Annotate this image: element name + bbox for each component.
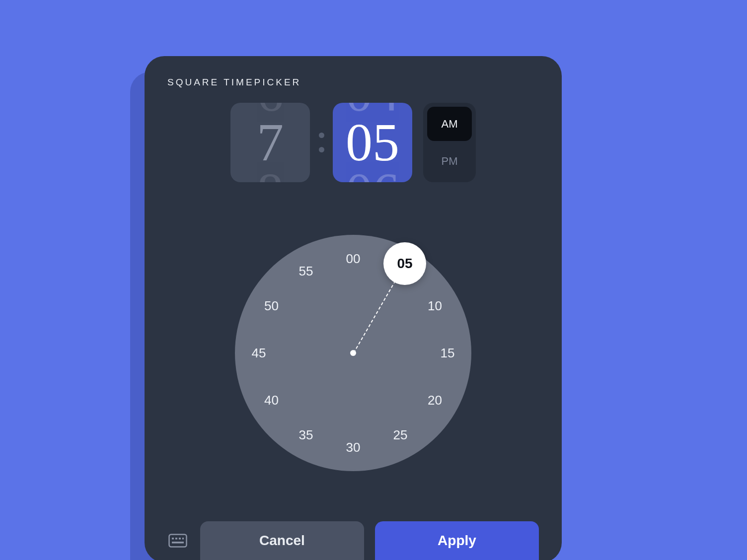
- timepicker-card: SQUARE TIMEPICKER 6 7 8 04 05 06 AM PM 0…: [145, 56, 562, 560]
- colon-dot: [319, 147, 324, 152]
- clock-tick-00[interactable]: 00: [338, 251, 368, 267]
- clock-container: 05 000510152025303540455055: [167, 187, 539, 519]
- card-title: SQUARE TIMEPICKER: [167, 77, 539, 88]
- clock-tick-50[interactable]: 50: [256, 298, 286, 314]
- clock-tick-45[interactable]: 45: [244, 346, 274, 361]
- svg-rect-1: [172, 538, 174, 540]
- svg-rect-5: [172, 542, 184, 544]
- minute-value: 05: [346, 116, 399, 169]
- svg-rect-4: [182, 538, 184, 540]
- clock-hand-line: [353, 280, 396, 353]
- hour-tile[interactable]: 6 7 8: [230, 103, 310, 182]
- ampm-toggle: AM PM: [423, 103, 476, 182]
- svg-rect-3: [179, 538, 181, 540]
- pm-button[interactable]: PM: [427, 144, 472, 178]
- svg-rect-2: [175, 538, 177, 540]
- clock-tick-25[interactable]: 25: [385, 427, 415, 442]
- clock-tick-55[interactable]: 55: [291, 264, 321, 279]
- minute-tile[interactable]: 04 05 06: [333, 103, 412, 182]
- clock-knob[interactable]: 05: [383, 242, 426, 285]
- hour-value: 7: [257, 116, 284, 169]
- svg-rect-0: [169, 535, 187, 547]
- clock-tick-35[interactable]: 35: [291, 427, 321, 442]
- clock-tick-30[interactable]: 30: [338, 440, 368, 455]
- clock-tick-15[interactable]: 15: [433, 346, 462, 361]
- time-display-row: 6 7 8 04 05 06 AM PM: [167, 103, 539, 182]
- colon-dot: [319, 133, 324, 138]
- time-colon: [310, 133, 333, 152]
- apply-button[interactable]: Apply: [375, 521, 539, 560]
- am-button[interactable]: AM: [427, 107, 472, 141]
- clock-face[interactable]: 05 000510152025303540455055: [235, 235, 471, 471]
- clock-tick-20[interactable]: 20: [420, 393, 450, 408]
- cancel-button[interactable]: Cancel: [200, 521, 364, 560]
- keyboard-icon[interactable]: [167, 534, 189, 548]
- bottom-action-row: Cancel Apply: [167, 519, 539, 560]
- clock-tick-10[interactable]: 10: [420, 298, 450, 314]
- clock-tick-40[interactable]: 40: [256, 393, 286, 408]
- clock-center-dot: [350, 350, 356, 356]
